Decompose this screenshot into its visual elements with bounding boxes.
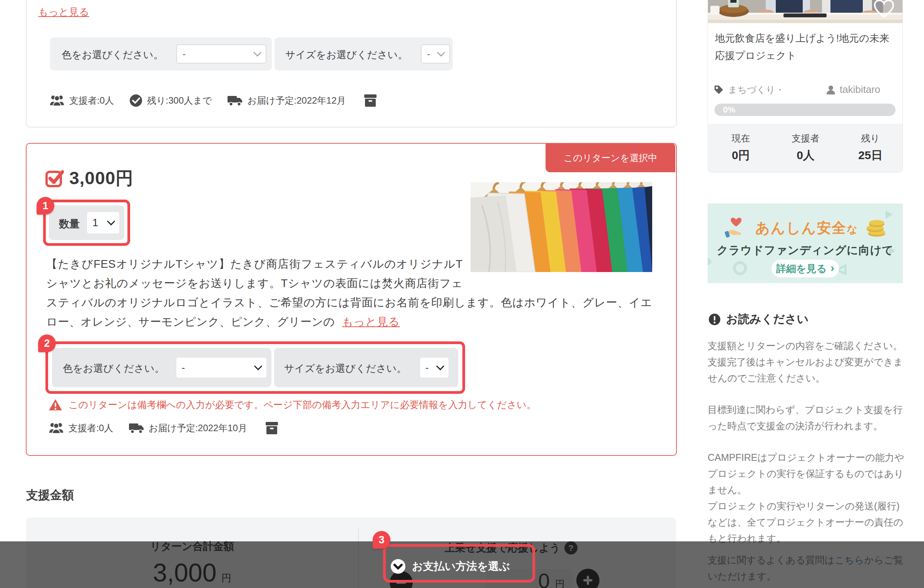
chevron-down-icon [107,217,115,225]
return-meta-selected: 支援者:0人 お届け予定:2022年10月 [49,422,279,435]
delivery-meta: お届け予定:2022年12月 [227,94,346,107]
decor-ring [733,261,747,275]
progress-bar: 0% [715,104,896,116]
size-select-top[interactable]: - [421,44,450,64]
color-select-value: - [182,49,186,60]
quantity-label: 数量 [59,217,80,231]
chevron-down-icon [437,48,445,56]
color-option-box-top: 色をお選びください。 - [50,37,272,71]
stat-supporters: 支援者 0人 [773,124,838,173]
payment-method-button[interactable]: お支払い方法を選ぶ [390,559,510,574]
project-category[interactable]: まちづくり・ [713,84,785,96]
coins-icon [865,219,886,237]
project-title[interactable]: 地元飲食店を盛り上げよう!地元の未来応援プロジェクト [715,30,897,64]
selected-return-badge: このリターンを選択中 [546,144,675,172]
banner-detail-button[interactable]: 詳細を見る › [772,260,839,277]
delivery-meta: お届け予定:2022年10月 [129,422,247,434]
archive-box-icon[interactable] [363,94,377,107]
progress-percent: 0% [723,105,735,115]
return-description: 【たきびFESオリジナルTシャツ】たきび商店街フェスティバルのオリジナルTシャツ… [46,254,652,331]
remaining-meta: 残り:300人まで [129,94,212,107]
warning-icon [49,399,62,411]
stat-days-left: 残り 25日 [838,124,903,173]
chevron-right-icon: › [830,262,834,274]
chevron-down-icon [254,362,262,370]
notice-paragraph: 目標到達に関わらず、プロジェクト支援を行った時点で支援金の決済が行われます。 [708,402,905,434]
size-option-box-selected: サイズをお選びください。 - [274,348,458,387]
truck-icon [227,95,243,106]
size-option-label: サイズをお選びください。 [284,362,407,375]
size-option-label: サイズをお選びください。 [285,48,408,62]
color-option-label: 色をお選びください。 [62,48,163,62]
banner-title-row: あんしん安全な [708,217,903,240]
favorite-heart-icon[interactable] [874,0,894,18]
notice-paragraph: プロジェクトの実行やリターンの発送(履行)などは、全てプロジェクトオーナーの責任… [708,498,905,546]
step-badge-1: 1 [37,197,54,215]
pledge-page: もっと見る 色をお選びください。 - サイズをお選びください。 - 支援者:0人… [0,0,924,588]
hand-heart-icon [725,217,748,240]
project-summary-card: 地元飲食店を盛り上げよう!地元の未来応援プロジェクト まちづくり・ takibi… [708,0,903,173]
selected-checkbox-icon[interactable] [45,169,64,187]
truck-icon [129,422,144,434]
chevron-down-circle-icon [390,559,406,574]
check-circle-icon [129,94,142,107]
description-image-spacer [463,254,652,293]
step-badge-2: 2 [38,334,56,352]
size-select-value: - [425,362,429,373]
color-select-value: - [182,362,185,373]
archive-box-icon[interactable] [265,422,279,435]
remarks-warning: このリターンは備考欄への入力が必要です。ページ下部の備考入力エリアに必要情報を入… [49,398,536,411]
notice-heading: お読みください [708,311,808,327]
color-select-top[interactable]: - [176,44,266,64]
project-stats-box: 現在 0円 支援者 0人 残り 25日 [708,124,903,173]
decor-dot [708,258,711,265]
quantity-box: 数量 1 [49,205,124,240]
supporters-meta: 支援者:0人 [49,94,114,107]
banner-subtitle: クラウドファンディングに向けて [708,243,903,258]
color-select-selected[interactable]: - [176,357,267,378]
banner-title: あんしん安全な [755,218,858,238]
return-price: 3,000円 [69,166,134,190]
step-badge-3: 3 [373,531,390,549]
people-icon [49,94,65,107]
color-option-label: 色をお選びください。 [63,362,164,375]
more-link-top[interactable]: もっと見る [38,5,89,19]
size-select-value: - [427,49,430,60]
notice-paragraph: 支援額とリターンの内容をご確認ください。支援完了後はキャンセルおよび変更ができま… [708,338,905,386]
quantity-select[interactable]: 1 [87,212,120,234]
people-icon [49,422,64,434]
support-amount-heading: 支援金額 [26,487,74,503]
alert-circle-icon [708,313,721,326]
person-icon [826,85,836,95]
more-link-description[interactable]: もっと見る [342,316,400,328]
project-owner[interactable]: takibitaro [826,84,880,96]
quantity-value: 1 [92,217,98,229]
color-option-box-selected: 色をお選びください。 - [52,348,271,387]
safety-banner[interactable]: あんしん安全な クラウドファンディングに向けて 詳細を見る › [708,203,903,283]
tag-icon [713,84,724,95]
notice-paragraph: CAMPFIREはプロジェクトオーナーの能力やプロジェクトの実行を保証するもので… [708,449,905,498]
chevron-down-icon [436,362,444,370]
size-select-selected[interactable]: - [420,357,449,378]
chevron-down-icon [253,48,261,56]
size-option-box-top: サイズをお選びください。 - [275,37,453,71]
return-meta-top: 支援者:0人 残り:300人まで お届け予定:2022年12月 [49,94,377,107]
stat-current: 現在 0円 [708,124,773,173]
supporters-meta: 支援者:0人 [49,422,113,434]
